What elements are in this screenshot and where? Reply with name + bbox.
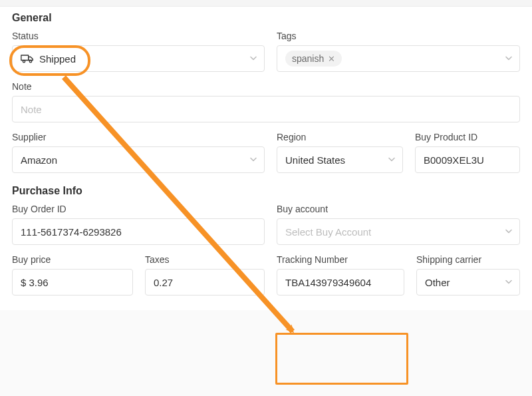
buy-price-label: Buy price — [12, 254, 133, 265]
status-value: Shipped — [39, 53, 76, 65]
tag-label: spanish — [292, 53, 324, 64]
shipping-carrier-label: Shipping carrier — [416, 254, 520, 265]
supplier-select[interactable]: Amazon — [12, 146, 265, 173]
svg-point-1 — [23, 61, 25, 63]
buy-account-label: Buy account — [277, 204, 520, 214]
status-label: Status — [12, 31, 265, 41]
taxes-input[interactable]: 0.27 — [145, 269, 265, 296]
tracking-number-value: TBA143979349604 — [285, 277, 371, 288]
annotation-tracking-highlight — [275, 333, 408, 385]
taxes-label: Taxes — [145, 254, 265, 265]
svg-rect-0 — [21, 55, 29, 61]
taxes-value: 0.27 — [154, 277, 173, 288]
tracking-number-label: Tracking Number — [277, 254, 404, 265]
region-label: Region — [277, 132, 403, 142]
supplier-label: Supplier — [12, 132, 265, 142]
tag-chip[interactable]: spanish ✕ — [285, 51, 342, 67]
buy-product-id-value: B0009XEL3U — [424, 154, 484, 166]
note-input[interactable]: Note — [12, 96, 520, 122]
buy-product-id-input[interactable]: B0009XEL3U — [415, 146, 520, 173]
supplier-value: Amazon — [21, 154, 57, 166]
buy-price-value: $ 3.96 — [21, 277, 49, 288]
close-icon[interactable]: ✕ — [328, 55, 335, 63]
status-select[interactable]: Shipped — [12, 45, 265, 72]
section-general-title: General — [12, 12, 520, 24]
chevron-down-icon — [249, 53, 257, 65]
shipping-carrier-select[interactable]: Other — [416, 269, 520, 296]
buy-price-input[interactable]: $ 3.96 — [12, 269, 133, 296]
chevron-down-icon — [249, 154, 257, 166]
chevron-down-icon — [505, 53, 513, 65]
buy-account-placeholder: Select Buy Account — [285, 226, 371, 238]
chevron-down-icon — [505, 277, 513, 288]
tags-input[interactable]: spanish ✕ — [277, 45, 520, 72]
note-placeholder: Note — [21, 104, 42, 115]
buy-order-id-input[interactable]: 111-5617374-6293826 — [12, 218, 265, 245]
buy-order-id-value: 111-5617374-6293826 — [21, 226, 122, 238]
tracking-number-input[interactable]: TBA143979349604 — [277, 269, 404, 296]
topbar — [0, 0, 532, 7]
buy-account-select[interactable]: Select Buy Account — [277, 218, 520, 245]
section-purchase-title: Purchase Info — [12, 185, 520, 197]
truck-icon — [21, 53, 34, 64]
chevron-down-icon — [505, 226, 513, 238]
chevron-down-icon — [388, 154, 396, 166]
buy-product-id-label: Buy Product ID — [415, 132, 520, 142]
note-label: Note — [12, 81, 520, 92]
region-select[interactable]: United States — [277, 146, 403, 173]
tags-label: Tags — [277, 31, 520, 41]
svg-point-2 — [29, 61, 31, 63]
shipping-carrier-value: Other — [425, 277, 450, 288]
region-value: United States — [285, 154, 345, 166]
buy-order-id-label: Buy Order ID — [12, 204, 265, 214]
